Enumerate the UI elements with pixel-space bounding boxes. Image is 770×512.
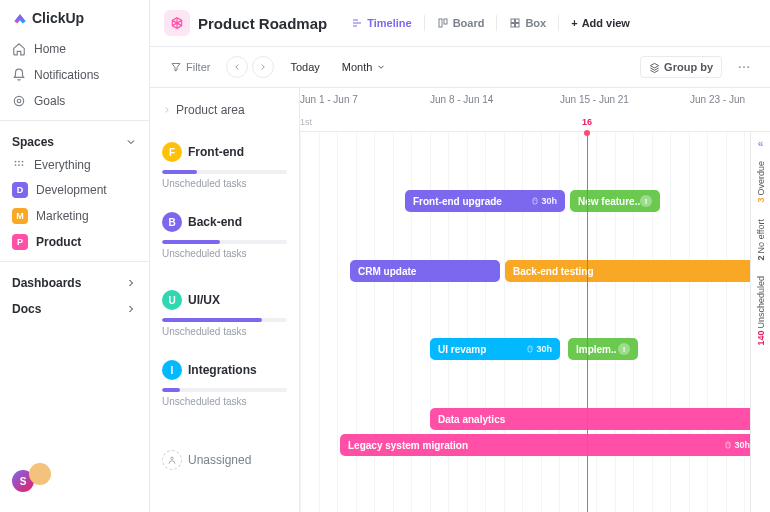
nav-goals[interactable]: Goals [0,88,149,114]
nav-label: Notifications [34,68,99,82]
unscheduled-link[interactable]: Unscheduled tasks [162,248,287,259]
info-icon: ! [640,195,652,207]
task-label: Implem.. [576,344,617,355]
task-bar[interactable]: Implem..! [568,338,638,360]
task-bar[interactable]: Back-end testing [505,260,755,282]
bell-icon [12,68,26,82]
svg-point-6 [18,164,20,166]
task-label: Back-end testing [513,266,594,277]
space-badge: D [12,182,28,198]
lane-back-end[interactable]: BBack-end Unscheduled tasks [150,202,299,280]
unscheduled-link[interactable]: Unscheduled tasks [162,396,287,407]
view-timeline[interactable]: Timeline [343,13,419,33]
svg-rect-10 [511,19,515,23]
collapse-icon[interactable]: « [758,138,764,149]
lane-label: Integrations [188,363,257,377]
rail-no-effort[interactable]: 2 No effort [756,211,766,268]
lane-badge: B [162,212,182,232]
everything-item[interactable]: Everything [0,153,149,177]
date-range: Jun 23 - Jun [690,94,745,105]
nav-notifications[interactable]: Notifications [0,62,149,88]
space-badge: P [12,234,28,250]
user-avatars[interactable]: S [0,453,149,503]
rail-overdue[interactable]: 3 Overdue [756,153,766,211]
task-bar[interactable]: Data analytics [430,408,760,430]
filter-button[interactable]: Filter [164,57,216,77]
svg-rect-13 [516,24,520,28]
nav-home[interactable]: Home [0,36,149,62]
unassigned-lane[interactable]: Unassigned [150,440,299,476]
lane-label: Back-end [188,215,242,229]
svg-point-14 [739,66,741,68]
sidebar-space-product[interactable]: PProduct [0,229,149,255]
more-button[interactable] [732,55,756,79]
lane-column-header[interactable]: Product area [150,88,299,132]
timeline-grid[interactable]: Jun 1 - Jun 7Jun 8 - Jun 14Jun 15 - Jun … [300,88,770,512]
task-bar[interactable]: New feature..! [570,190,660,212]
task-hours: 30h [724,440,750,450]
everything-label: Everything [34,158,91,172]
dashboards-header[interactable]: Dashboards [0,268,149,294]
lane-label: Front-end [188,145,244,159]
task-bar[interactable]: CRM update [350,260,500,282]
task-bar[interactable]: UI revamp30h [430,338,560,360]
docs-header[interactable]: Docs [0,294,149,320]
today-marker [587,132,588,512]
nav-label: Home [34,42,66,56]
group-by-button[interactable]: Group by [640,56,722,78]
task-label: Front-end upgrade [413,196,502,207]
date-sub: 1st [300,117,312,127]
task-hours: 30h [531,196,557,206]
toolbar: Filter Today Month Group by [150,47,770,88]
home-icon [12,42,26,56]
lane-ui-ux[interactable]: UUI/UX Unscheduled tasks [150,280,299,350]
avatar[interactable] [29,463,51,485]
task-bar[interactable]: Front-end upgrade30h [405,190,565,212]
prev-button[interactable] [226,56,248,78]
today-button[interactable]: Today [284,57,325,77]
logo[interactable]: ClickUp [0,10,149,36]
rail-count: 3 [756,198,766,203]
lane-front-end[interactable]: FFront-end Unscheduled tasks [150,132,299,202]
view-board[interactable]: Board [429,13,493,33]
lane-badge: U [162,290,182,310]
view-tabs: Timeline Board Box + Add view [343,13,638,33]
sidebar-space-development[interactable]: DDevelopment [0,177,149,203]
user-icon [162,450,182,470]
timeline-icon [351,17,363,29]
rail-unscheduled[interactable]: 140 Unscheduled [756,268,766,354]
progress-bar [162,240,287,244]
board-icon [437,17,449,29]
date-range: Jun 1 - Jun 7 [300,94,358,105]
rail-label: No effort [756,219,766,253]
rail-count: 2 [756,255,766,260]
view-box[interactable]: Box [501,13,554,33]
task-bar[interactable]: Legacy system migration30h [340,434,758,456]
progress-bar [162,388,287,392]
date-range: Jun 8 - Jun 14 [430,94,493,105]
plus-icon: + [571,17,577,29]
rail-count: 140 [756,330,766,345]
scale-dropdown[interactable]: Month [336,57,393,77]
page-header: Product Roadmap Timeline Board Box [150,0,770,47]
sidebar-space-marketing[interactable]: MMarketing [0,203,149,229]
svg-point-15 [743,66,745,68]
chevron-right-icon [125,277,137,289]
layers-icon [649,62,660,73]
date-range: Jun 15 - Jun 21 [560,94,629,105]
spaces-header[interactable]: Spaces [0,127,149,153]
rail-label: Overdue [756,161,766,196]
lane-integrations[interactable]: IIntegrations Unscheduled tasks [150,350,299,440]
lane-column: Product area FFront-end Unscheduled task… [150,88,300,512]
svg-point-17 [171,457,174,460]
lane-badge: F [162,142,182,162]
right-rail: « 3 Overdue2 No effort140 Unscheduled [750,132,770,512]
task-hours: 30h [526,344,552,354]
svg-point-16 [747,66,749,68]
clickup-logo-icon [12,10,28,26]
space-label: Marketing [36,209,89,223]
next-button[interactable] [252,56,274,78]
add-view-button[interactable]: + Add view [563,13,638,33]
unscheduled-link[interactable]: Unscheduled tasks [162,326,287,337]
unscheduled-link[interactable]: Unscheduled tasks [162,178,287,189]
